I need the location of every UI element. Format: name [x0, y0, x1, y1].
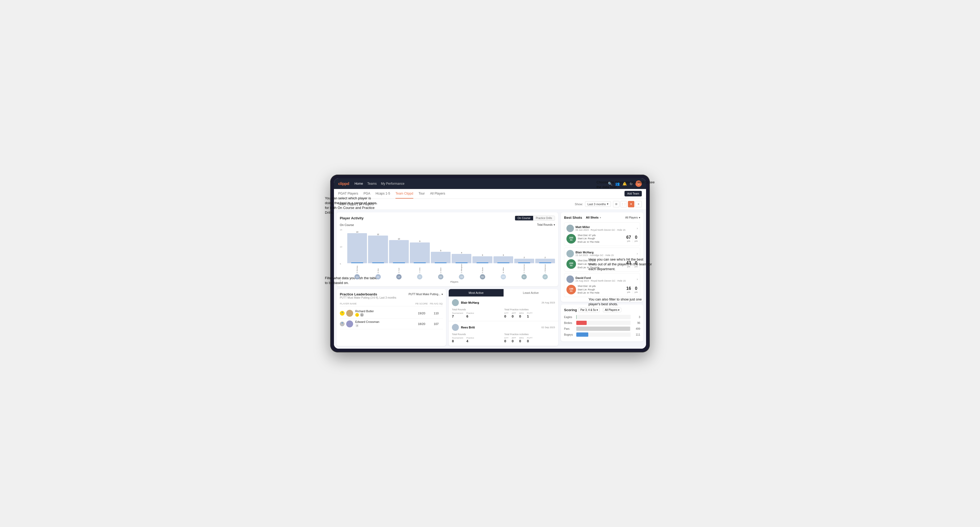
- shot-item-3[interactable]: David Ford 24 Aug 2023 · Royal North Dev…: [564, 273, 640, 297]
- rounds-label-2: Total Rounds: [452, 333, 503, 336]
- chevron-down-icon-7: ▾: [618, 308, 619, 311]
- chevron-down-icon-2: ▾: [554, 223, 555, 226]
- view-grid-lg-button[interactable]: ⊞: [613, 201, 619, 207]
- chevron-right-icon-2: ›: [637, 252, 638, 256]
- best-shots-title: Best Shots: [564, 216, 582, 220]
- scoring-count-bogeys: 111: [632, 333, 640, 336]
- total-rounds-section-2: Total Rounds Tournament 8 Practice: [452, 333, 503, 343]
- active-avatar-1: [452, 299, 459, 306]
- avatar-mmiller: MM: [493, 274, 513, 279]
- bar-lrobertson: [535, 259, 555, 263]
- bar-name-ecrossman: E. Crossman: [514, 264, 534, 273]
- scoring-bar-eagles: Eagles 3: [564, 315, 640, 319]
- trophy-icon-1: 🏆: [355, 313, 359, 317]
- team-header: Team Clippd | 14 Players ✏ Show: Last 3 …: [334, 199, 646, 210]
- lb-score-1: 19/20: [414, 312, 430, 315]
- avatar-ecrossman: EC: [514, 274, 534, 279]
- col-pb-avg: PB AVG SQ: [430, 302, 443, 305]
- bar-name-mmiller: M. Miller: [493, 264, 513, 273]
- rounds-label-1: Total Rounds: [452, 308, 503, 311]
- sub-nav-all[interactable]: All Players: [430, 189, 445, 198]
- shot-stats-1: 200 SG Shot Dist: 67 ydsStart Lie: Rough…: [566, 234, 638, 244]
- chevron-down-icon: ▾: [607, 202, 609, 206]
- bar-eebert: [431, 252, 450, 263]
- least-active-tab[interactable]: Least Active: [504, 289, 558, 297]
- scoring-players-select[interactable]: All Players ▾: [603, 308, 621, 312]
- scoring-label-birdies: Birdies: [564, 322, 575, 324]
- app-stat-2: APP 0: [512, 337, 516, 343]
- bar-name-jcoles: J. Coles: [410, 264, 430, 273]
- putt-stat-2: PUTT 0: [527, 337, 533, 343]
- show-controls: Show: Last 3 months ▾ ⊞ ⋮⋮ ♥ ≡: [575, 201, 642, 207]
- active-name-1: Blair McHarg: [461, 301, 479, 304]
- nav-link-performance[interactable]: My Performance: [381, 181, 404, 187]
- nav-link-teams[interactable]: Teams: [367, 181, 377, 187]
- scoring-bar-wrap-pars: [576, 327, 631, 331]
- bar-group-bmcharg: 13: [347, 229, 367, 263]
- lb-score-2: 18/20: [414, 322, 430, 325]
- scoring-label-pars: Pars: [564, 327, 575, 330]
- bar-line-mmiller: [498, 262, 509, 263]
- shot-desc-3: Shot Dist: 16 ydsStart Lie: RoughEnd Lie…: [578, 284, 625, 295]
- shot-avatar-2: [566, 250, 574, 257]
- view-grid-sm-button[interactable]: ⋮⋮: [620, 201, 627, 207]
- scoring-title: Scoring: [564, 308, 577, 312]
- nav-link-home[interactable]: Home: [355, 181, 363, 187]
- scoring-bar-bogeys: Bogeys 111: [564, 332, 640, 337]
- bar-group-dford: 10: [389, 229, 409, 263]
- practice-select[interactable]: PUTT Must Make Putting... ▾: [409, 293, 443, 296]
- all-players-select[interactable]: All Players ▾: [625, 216, 640, 219]
- all-shots-filter[interactable]: All Shots: [586, 216, 599, 219]
- practice-stat-2: Practice 4: [466, 337, 474, 343]
- scoring-bar-fill-birdies: [576, 321, 587, 325]
- shot-player-name-2: Blair McHarg: [576, 251, 635, 254]
- bar-group-mmiller: 3: [493, 229, 513, 263]
- leaderboard-cols: PLAYER NAME PB SCORE PB AVG SQ: [340, 301, 443, 306]
- leaderboard-row-2: 🥈 Edward Crossman 2 18/20 107: [340, 319, 443, 329]
- y-axis: 15 10 5 0: [340, 229, 342, 284]
- shot-avatar-1: [566, 225, 574, 232]
- avatar-bbritt: BB: [368, 274, 388, 279]
- stat-divider-1: [633, 235, 633, 243]
- active-player-2-header: Rees Britt 02 Sep 2023: [452, 324, 555, 331]
- avatar-bmcharg: BM: [347, 274, 367, 279]
- bar-group-jcoles: 9: [410, 229, 430, 263]
- bar-chart-container: 15 10 5 0 13: [340, 229, 555, 284]
- bars-row: 13 12: [347, 229, 555, 263]
- rank-num-1: 1: [360, 313, 364, 317]
- bar-name-obillingham: O. Billingham: [452, 264, 471, 273]
- section-header: On Course Total Rounds ▾: [340, 223, 555, 227]
- timeframe-select[interactable]: Last 3 months ▾: [585, 201, 611, 207]
- most-active-tab[interactable]: Most Active: [449, 289, 504, 297]
- active-stats-grid-1: Total Rounds Tournament 7 Practice: [452, 308, 555, 318]
- total-rounds-label: Total Rounds: [537, 223, 552, 226]
- sub-nav-team[interactable]: Team Clippd: [396, 189, 413, 198]
- x-axis-label: Players: [347, 281, 555, 283]
- sub-nav-tour[interactable]: Tour: [418, 189, 425, 198]
- activities-row-1: GTT 0 APP 0: [504, 312, 555, 318]
- scoring-chart: Eagles 3 Birdies: [564, 315, 640, 337]
- player-activity-header: Player Activity On Course Practice Drill…: [340, 216, 555, 221]
- scoring-bar-fill-pars: [576, 327, 630, 331]
- view-heart-button[interactable]: ♥: [628, 201, 634, 207]
- shot-player-details-2: Blair McHarg 23 Jul 2023 · Ashridge GC ·…: [576, 251, 635, 257]
- view-list-button[interactable]: ≡: [635, 201, 642, 207]
- on-course-tab[interactable]: On Course: [515, 216, 533, 221]
- shot-item-1[interactable]: Matt Miller 09 Jun 2023 · Royal North De…: [564, 222, 640, 246]
- main-content: Player Activity On Course Practice Drill…: [334, 210, 646, 349]
- rank-badge-1: 🥇: [340, 311, 345, 316]
- scoring-par-select[interactable]: Par 3, 4 & 5s ▾: [578, 308, 600, 312]
- total-rounds-select[interactable]: Total Rounds ▾: [537, 223, 555, 226]
- shot-player-details-3: David Ford 24 Aug 2023 · Royal North Dev…: [576, 276, 635, 282]
- shot-player-info-2: Blair McHarg 23 Jul 2023 · Ashridge GC ·…: [566, 250, 638, 257]
- lb-player-info-2: Edward Crossman 2: [355, 320, 414, 327]
- y-label-15: 15: [340, 229, 342, 231]
- practice-drills-tab[interactable]: Practice Drills: [533, 216, 555, 221]
- bar-group-bbritt: 12: [368, 229, 388, 263]
- bar-group-lrobertson: 2: [535, 229, 555, 263]
- add-team-button[interactable]: Add Team: [625, 191, 642, 197]
- bar-line-bmcharg: [351, 262, 363, 263]
- shot-yds2-3: 0 yds: [635, 286, 638, 293]
- chevron-down-icon-3: ▾: [442, 293, 443, 296]
- avatar-lrobertson: LR: [535, 274, 555, 279]
